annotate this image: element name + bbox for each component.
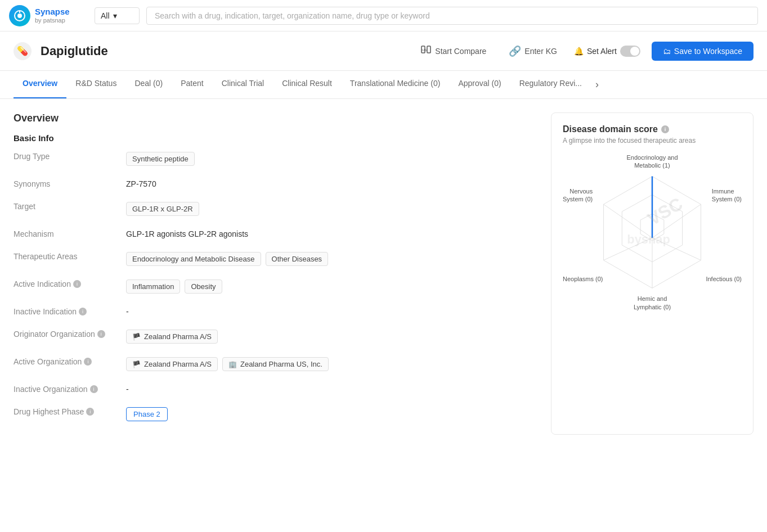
disease-domain-title: Disease domain score i	[563, 124, 742, 134]
active-org-row: Active Organization i 🏴 Zealand Pharma A…	[14, 357, 537, 371]
active-org-info-icon[interactable]: i	[84, 358, 92, 366]
top-navigation: Synapse by patsnap All ▾	[0, 0, 767, 31]
save-label: Save to Workspace	[674, 47, 742, 56]
synonyms-value: ZP-7570	[126, 179, 537, 188]
active-org-value: 🏴 Zealand Pharma A/S 🏢 Zealand Pharma US…	[126, 357, 537, 371]
tab-regulatory[interactable]: Regulatory Revi...	[510, 71, 591, 98]
tab-rd-status[interactable]: R&D Status	[66, 71, 125, 98]
logo-text: Synapse by patsnap	[35, 7, 70, 24]
therapeutic-tag-0: Endocrinology and Metabolic Disease	[126, 252, 261, 266]
kg-icon: 🔗	[509, 45, 521, 57]
active-indication-value: Inflammation Obesity	[126, 279, 537, 294]
enter-kg-button[interactable]: 🔗 Enter KG	[503, 42, 563, 61]
logo: Synapse by patsnap	[9, 5, 88, 26]
therapeutic-areas-value: Endocrinology and Metabolic Disease Othe…	[126, 252, 537, 266]
indication-tag-0: Inflammation	[126, 279, 180, 294]
inactive-org-info-icon[interactable]: i	[90, 385, 98, 393]
synonyms-label: Synonyms	[14, 179, 126, 188]
disease-domain-info-icon[interactable]: i	[661, 125, 669, 133]
tab-clinical-result[interactable]: Clinical Result	[273, 71, 341, 98]
chevron-down-icon: ▾	[113, 11, 117, 20]
radar-label-left-bottom: Neoplasms (0)	[563, 275, 603, 283]
inactive-indication-value: -	[126, 307, 537, 316]
inactive-indication-row: Inactive Indication i -	[14, 307, 537, 316]
radar-chart: VSC bysnap Endocrinology andMetabolic (1…	[563, 154, 742, 311]
tab-approval[interactable]: Approval (0)	[449, 71, 510, 98]
inactive-indication-label: Inactive Indication i	[14, 307, 126, 316]
synonyms-text: ZP-7570	[126, 179, 156, 188]
mechanism-text: GLP-1R agonists GLP-2R agonists	[126, 229, 248, 238]
svg-rect-4	[427, 46, 430, 53]
logo-icon	[9, 5, 30, 26]
drug-type-label: Drug Type	[14, 152, 126, 161]
inactive-org-value: -	[126, 385, 537, 394]
synonyms-row: Synonyms ZP-7570	[14, 179, 537, 188]
brand-sub: by patsnap	[35, 17, 70, 24]
active-indication-info-icon[interactable]: i	[73, 280, 81, 288]
originator-tag-0: 🏴 Zealand Pharma A/S	[126, 330, 218, 344]
search-type-dropdown[interactable]: All ▾	[95, 7, 140, 24]
therapeutic-areas-label: Therapeutic Areas	[14, 252, 126, 261]
radar-svg: VSC bysnap	[563, 154, 742, 311]
inactive-org-label: Inactive Organization i	[14, 385, 126, 394]
radar-label-right-top: ImmuneSystem (0)	[712, 187, 742, 204]
originator-org-row: Originator Organization i 🏴 Zealand Phar…	[14, 330, 537, 344]
radar-label-left-top: NervousSystem (0)	[563, 187, 593, 204]
tabs-bar: Overview R&D Status Deal (0) Patent Clin…	[0, 71, 767, 99]
tab-translational[interactable]: Translational Medicine (0)	[341, 71, 450, 98]
active-indication-label: Active Indication i	[14, 279, 126, 288]
active-indication-row: Active Indication i Inflammation Obesity	[14, 279, 537, 294]
active-org-tag-0: 🏴 Zealand Pharma A/S	[126, 357, 218, 371]
inactive-indication-info-icon[interactable]: i	[79, 308, 87, 315]
tab-clinical-trial[interactable]: Clinical Trial	[213, 71, 273, 98]
drug-highest-phase-label: Drug Highest Phase i	[14, 407, 126, 416]
save-to-workspace-button[interactable]: 🗂 Save to Workspace	[652, 42, 753, 61]
alert-toggle[interactable]	[620, 46, 640, 57]
therapeutic-tag-1: Other Diseases	[266, 252, 329, 266]
org-building-icon: 🏢	[228, 360, 237, 368]
brand-name: Synapse	[35, 7, 70, 17]
target-row: Target GLP-1R x GLP-2R	[14, 202, 537, 216]
disease-domain-card: Disease domain score i A glimpse into th…	[551, 112, 753, 435]
target-tag: GLP-1R x GLP-2R	[126, 202, 199, 216]
phase-info-icon[interactable]: i	[86, 408, 94, 416]
main-content: Overview Basic Info Drug Type Synthetic …	[0, 99, 767, 448]
phase-badge: Phase 2	[126, 407, 168, 421]
alert-label: Set Alert	[587, 47, 617, 56]
drug-highest-phase-value: Phase 2	[126, 407, 537, 421]
mechanism-row: Mechanism GLP-1R agonists GLP-2R agonist…	[14, 229, 537, 238]
overview-section: Overview Basic Info Drug Type Synthetic …	[14, 112, 537, 435]
drug-icon: 💊	[14, 42, 32, 60]
indication-tag-1: Obesity	[185, 279, 222, 294]
originator-org-label: Originator Organization i	[14, 330, 126, 339]
radar-label-bottom: Hemic andLymphatic (0)	[634, 295, 671, 311]
radar-label-top: Endocrinology andMetabolic (1)	[626, 154, 678, 170]
kg-label: Enter KG	[524, 47, 557, 56]
tabs-more-button[interactable]: ›	[591, 71, 603, 98]
drug-type-row: Drug Type Synthetic peptide	[14, 152, 537, 166]
originator-info-icon[interactable]: i	[97, 330, 105, 338]
org-flag-icon-0: 🏴	[132, 360, 141, 368]
inactive-indication-dash: -	[126, 307, 129, 316]
alert-icon: 🔔	[574, 47, 584, 56]
inactive-org-dash: -	[126, 385, 129, 394]
radar-label-right-bottom: Infectious (0)	[706, 275, 742, 283]
target-value: GLP-1R x GLP-2R	[126, 202, 537, 216]
svg-text:bysnap: bysnap	[627, 232, 670, 246]
compare-label: Start Compare	[435, 47, 486, 56]
tab-deal[interactable]: Deal (0)	[125, 71, 172, 98]
drug-type-value: Synthetic peptide	[126, 152, 537, 166]
drug-title: Dapiglutide	[41, 44, 406, 58]
dropdown-label: All	[101, 11, 110, 20]
start-compare-button[interactable]: US Start Compare	[415, 40, 492, 61]
compare-icon: US	[420, 44, 432, 58]
basic-info-heading: Basic Info	[14, 133, 537, 143]
tab-overview[interactable]: Overview	[14, 71, 66, 98]
set-alert-group: 🔔 Set Alert	[574, 46, 640, 57]
active-org-tag-1: 🏢 Zealand Pharma US, Inc.	[222, 357, 329, 371]
active-org-label: Active Organization i	[14, 357, 126, 366]
search-input[interactable]	[146, 7, 758, 25]
tab-patent[interactable]: Patent	[172, 71, 212, 98]
disease-domain-subtitle: A glimpse into the focused therapeutic a…	[563, 137, 742, 145]
drug-header: 💊 Dapiglutide US Start Compare 🔗 Enter K…	[0, 31, 767, 71]
